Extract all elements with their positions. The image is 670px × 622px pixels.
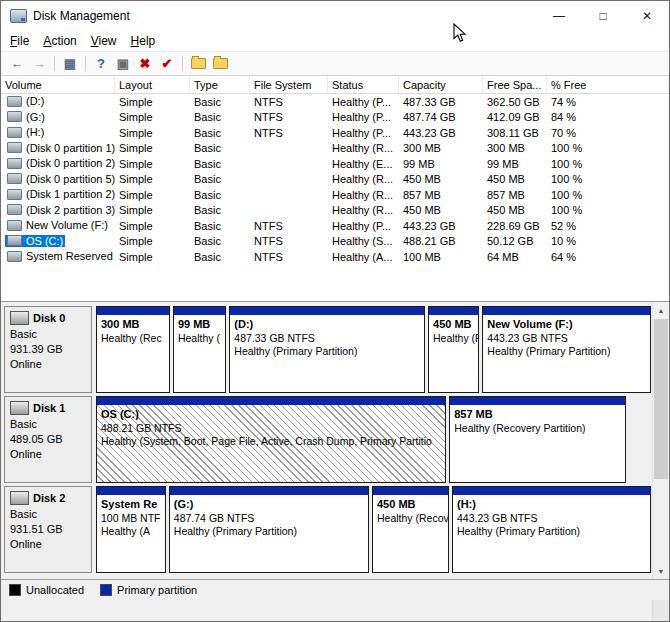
menu-bar: FileActionViewHelp: [1, 30, 669, 51]
forward-icon[interactable]: →: [29, 55, 49, 73]
partition-color-bar: [174, 307, 225, 315]
scrollbar-thumb[interactable]: [654, 319, 668, 479]
properties-icon[interactable]: ▣: [113, 55, 133, 73]
drive-icon: [7, 111, 22, 122]
table-row[interactable]: OS (C:)SimpleBasicNTFSHealthy (S...488.2…: [1, 234, 669, 250]
close-button[interactable]: ✕: [625, 1, 669, 30]
partition-color-bar: [373, 487, 448, 495]
console-tree-icon[interactable]: ▦: [60, 55, 80, 73]
disk-row: Disk 1Basic489.05 GBOnlineOS (C:)488.21 …: [4, 396, 669, 483]
disk-info-panel[interactable]: Disk 0Basic931.39 GBOnline: [4, 306, 92, 393]
volume-name: New Volume (F:): [5, 219, 110, 231]
column-header-4[interactable]: Status: [328, 76, 399, 93]
toolbar-separator: [54, 56, 55, 71]
partition-block[interactable]: 300 MBHealthy (Rec: [96, 306, 170, 393]
folder-up-icon[interactable]: [188, 55, 208, 73]
menu-item-file[interactable]: File: [3, 32, 36, 50]
partition-block[interactable]: 450 MBHealthy (Reco: [428, 306, 479, 393]
disk-icon: [10, 401, 29, 415]
partition-block[interactable]: 857 MBHealthy (Recovery Partition): [449, 396, 626, 483]
volume-name: (Disk 0 partition 5): [5, 173, 115, 185]
disk-icon: [10, 491, 29, 505]
table-row[interactable]: (Disk 0 partition 5)SimpleBasicHealthy (…: [1, 172, 669, 188]
volume-name: System Reserved: [5, 250, 115, 262]
column-header-6[interactable]: Free Spa...: [483, 76, 547, 93]
volume-name: (D:): [5, 95, 46, 107]
volume-name: (Disk 1 partition 2): [5, 188, 115, 200]
table-row[interactable]: (Disk 0 partition 2)SimpleBasicHealthy (…: [1, 156, 669, 172]
volume-list-header: VolumeLayoutTypeFile SystemStatusCapacit…: [1, 76, 669, 94]
volume-name: (G:): [5, 111, 47, 123]
table-row[interactable]: (G:)SimpleBasicNTFSHealthy (P...487.74 G…: [1, 110, 669, 126]
disk-info-panel[interactable]: Disk 1Basic489.05 GBOnline: [4, 396, 92, 483]
drive-icon: [7, 220, 22, 231]
legend-item: Primary partition: [100, 584, 197, 596]
scroll-down-icon[interactable]: ▼: [653, 563, 669, 579]
partition-color-bar: [97, 307, 169, 315]
drive-icon: [7, 173, 22, 184]
column-header-5[interactable]: Capacity: [399, 76, 483, 93]
minimize-button[interactable]: —: [537, 1, 581, 30]
partition-block[interactable]: 450 MBHealthy (Recove: [372, 486, 449, 573]
drive-icon: [7, 158, 22, 169]
scroll-corner: [652, 600, 669, 621]
help-icon[interactable]: ?: [91, 55, 111, 73]
table-row[interactable]: (Disk 0 partition 1)SimpleBasicHealthy (…: [1, 141, 669, 157]
toolbar-separator: [85, 56, 86, 71]
column-header-0[interactable]: Volume: [1, 76, 115, 93]
table-row[interactable]: (H:)SimpleBasicNTFSHealthy (P...443.23 G…: [1, 125, 669, 141]
partition-color-bar: [230, 307, 424, 315]
drive-icon: [7, 251, 22, 262]
mark-partition-icon[interactable]: ✔: [157, 55, 177, 73]
column-header-7[interactable]: % Free: [547, 76, 669, 93]
window-controls: — □ ✕: [537, 1, 669, 30]
menu-item-help[interactable]: Help: [124, 32, 163, 50]
drive-icon: [7, 235, 22, 246]
partition-block[interactable]: (D:)487.33 GB NTFSHealthy (Primary Parti…: [229, 306, 425, 393]
drive-icon: [7, 189, 22, 200]
scroll-up-icon[interactable]: ▲: [653, 302, 669, 318]
disk-row: Disk 2Basic931.51 GBOnlineSystem Re100 M…: [4, 486, 669, 573]
legend-swatch: [9, 584, 21, 596]
partition-block[interactable]: OS (C:)488.21 GB NTFSHealthy (System, Bo…: [96, 396, 446, 483]
maximize-button[interactable]: □: [581, 1, 625, 30]
drive-icon: [7, 96, 22, 107]
bottom-band: [1, 600, 669, 621]
partition-block[interactable]: New Volume (F:)443.23 GB NTFSHealthy (Pr…: [482, 306, 651, 393]
table-row[interactable]: (Disk 2 partition 3)SimpleBasicHealthy (…: [1, 203, 669, 219]
vertical-scrollbar[interactable]: ▲ ▼: [652, 302, 669, 579]
volume-name: (H:): [5, 126, 46, 138]
window-title: Disk Management: [33, 9, 130, 23]
partition-block[interactable]: 99 MBHealthy (: [173, 306, 226, 393]
app-icon: [10, 9, 27, 23]
partition-color-bar: [450, 397, 625, 405]
volume-list-body: (D:)SimpleBasicNTFSHealthy (P...487.33 G…: [1, 94, 669, 265]
menu-item-view[interactable]: View: [84, 32, 124, 50]
table-row[interactable]: System ReservedSimpleBasicNTFSHealthy (A…: [1, 249, 669, 265]
partition-block[interactable]: (H:)443.23 GB NTFSHealthy (Primary Parti…: [452, 486, 651, 573]
menu-item-action[interactable]: Action: [36, 32, 83, 50]
drive-icon: [7, 142, 22, 153]
delete-volume-icon[interactable]: ✖: [135, 55, 155, 73]
partition-color-bar: [453, 487, 650, 495]
volume-name: (Disk 0 partition 1): [5, 142, 115, 154]
table-row[interactable]: (Disk 1 partition 2)SimpleBasicHealthy (…: [1, 187, 669, 203]
table-row[interactable]: New Volume (F:)SimpleBasicNTFSHealthy (P…: [1, 218, 669, 234]
column-header-1[interactable]: Layout: [115, 76, 190, 93]
back-icon[interactable]: ←: [7, 55, 27, 73]
table-row[interactable]: (D:)SimpleBasicNTFSHealthy (P...487.33 G…: [1, 94, 669, 110]
disk-info-panel[interactable]: Disk 2Basic931.51 GBOnline: [4, 486, 92, 573]
partition-color-bar: [97, 487, 165, 495]
column-header-2[interactable]: Type: [190, 76, 250, 93]
partition-block[interactable]: System Re100 MB NTFHealthy (A: [96, 486, 166, 573]
partition-block[interactable]: (G:)487.74 GB NTFSHealthy (Primary Parti…: [169, 486, 369, 573]
partition-color-bar: [483, 307, 650, 315]
column-header-3[interactable]: File System: [250, 76, 328, 93]
disk-management-window: Disk Management — □ ✕ FileActionViewHelp…: [0, 0, 670, 622]
toolbar-separator: [182, 56, 183, 71]
disk-row: Disk 0Basic931.39 GBOnline300 MBHealthy …: [4, 306, 669, 393]
folder-view-icon[interactable]: [210, 55, 230, 73]
volume-list-pane: VolumeLayoutTypeFile SystemStatusCapacit…: [1, 76, 669, 302]
partition-color-bar: [170, 487, 368, 495]
partition-color-bar: [429, 307, 478, 315]
